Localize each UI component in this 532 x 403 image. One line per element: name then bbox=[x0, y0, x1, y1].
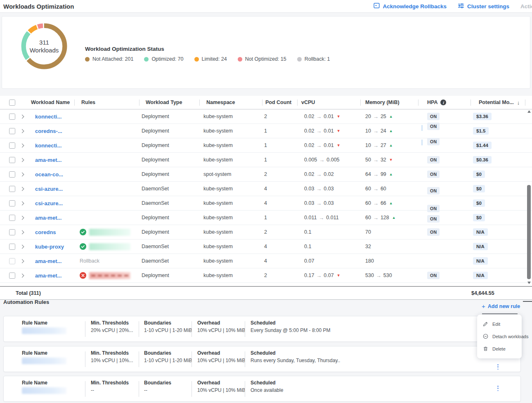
rule-error-icon bbox=[80, 272, 86, 279]
legend-dot bbox=[144, 57, 149, 62]
sort-desc-icon[interactable]: ↓ bbox=[517, 100, 520, 106]
pod-count: 1 bbox=[262, 211, 297, 225]
row-checkbox[interactable] bbox=[9, 258, 15, 264]
rule-actions-kebab-icon[interactable] bbox=[496, 363, 500, 371]
expand-chevron-icon[interactable] bbox=[20, 273, 24, 277]
workload-name-link[interactable]: coredns bbox=[35, 229, 56, 235]
top-bar: Workloads Optimization Acknowledge Rollb… bbox=[0, 0, 532, 13]
menu-item-delete[interactable]: Delete bbox=[477, 343, 522, 355]
namespace: kube-system bbox=[199, 239, 262, 254]
row-checkbox-cell bbox=[0, 268, 16, 282]
hpa-cell bbox=[418, 239, 471, 254]
expand-chevron-icon[interactable] bbox=[20, 187, 24, 191]
workload-name-link[interactable]: konnecti... bbox=[35, 142, 61, 149]
row-checkbox[interactable] bbox=[9, 200, 15, 206]
expand-chevron-icon[interactable] bbox=[20, 114, 24, 119]
table-row: konnecti... Deployment kube-system 2 0.0… bbox=[0, 109, 532, 124]
memory-cell: 20→25▲ bbox=[360, 109, 418, 123]
row-checkbox[interactable] bbox=[9, 157, 15, 163]
potential-cell: N/A bbox=[471, 239, 525, 254]
workload-name-link[interactable]: csi-azure... bbox=[35, 200, 63, 206]
rules-cell bbox=[74, 239, 139, 254]
add-new-rule-button[interactable]: + Add new rule bbox=[482, 303, 520, 310]
row-checkbox[interactable] bbox=[9, 186, 15, 192]
memory-cell: 60→128▲ bbox=[360, 211, 418, 225]
workload-name-link[interactable]: konnecti... bbox=[35, 114, 61, 120]
expand-chevron-icon[interactable] bbox=[20, 172, 24, 176]
workload-type: DaemonSet bbox=[139, 254, 199, 268]
row-checkbox[interactable] bbox=[9, 142, 15, 149]
scroll-up-arrow[interactable] bbox=[527, 110, 531, 113]
rule-actions-kebab-icon[interactable] bbox=[496, 384, 500, 392]
column-workload-name[interactable]: Workload Name bbox=[28, 96, 74, 109]
hpa-cell: ON bbox=[418, 124, 471, 138]
workload-type: Deployment bbox=[139, 211, 199, 225]
scrollbar-thumb[interactable] bbox=[527, 185, 531, 279]
actions-button[interactable]: Action bbox=[520, 3, 532, 9]
menu-item-edit[interactable]: Edit bbox=[477, 318, 522, 330]
workload-name-link[interactable]: ama-met... bbox=[35, 273, 61, 279]
row-checkbox[interactable] bbox=[9, 215, 15, 221]
column-hpa[interactable]: HPA i bbox=[418, 96, 471, 109]
menu-item-detach-workloads[interactable]: Detach workloads bbox=[477, 330, 522, 343]
rules-cell bbox=[74, 153, 139, 167]
row-checkbox[interactable] bbox=[9, 171, 15, 178]
workload-name-link[interactable]: ocean-co... bbox=[35, 171, 63, 178]
row-checkbox[interactable] bbox=[9, 128, 15, 134]
workload-name-link[interactable]: ama-met... bbox=[35, 157, 61, 163]
expand-chevron-icon[interactable] bbox=[20, 143, 24, 147]
menu-item-delete-label: Delete bbox=[492, 346, 506, 351]
expand-chevron-icon[interactable] bbox=[20, 230, 24, 234]
memory-cell: 60→66▲ bbox=[360, 196, 418, 210]
row-checkbox-cell bbox=[0, 225, 16, 239]
expand-chevron-icon[interactable] bbox=[20, 216, 24, 220]
legend-label: Not Attached: 201 bbox=[92, 56, 133, 62]
potential-cell: N/A bbox=[471, 225, 525, 239]
acknowledge-rollbacks-button[interactable]: Acknowledge Rollbacks bbox=[374, 2, 447, 10]
row-checkbox-cell bbox=[0, 167, 16, 181]
workload-name-link[interactable]: coredns-... bbox=[35, 128, 62, 134]
potential-cell: $1.44 bbox=[471, 138, 525, 152]
vcpu-cell: 0.011→0.011 bbox=[297, 211, 360, 225]
info-icon[interactable]: i bbox=[440, 100, 446, 105]
legend-dot bbox=[297, 57, 302, 62]
namespace: kube-system bbox=[199, 268, 262, 282]
column-rules[interactable]: Rules bbox=[74, 96, 139, 109]
row-checkbox[interactable] bbox=[9, 244, 15, 250]
memory-cell: 10→27▲ bbox=[360, 138, 418, 152]
potential-cell: $0 bbox=[471, 182, 525, 196]
workload-name-link[interactable]: ama-met... bbox=[35, 215, 61, 221]
legend-label: Optimized: 70 bbox=[151, 56, 183, 62]
column-potential[interactable]: Potential Mo... ↓ bbox=[471, 96, 525, 109]
automation-rule-card: Rule Name Min. Thresholds10% vCPU | 10%.… bbox=[3, 346, 521, 372]
scroll-down-arrow[interactable] bbox=[527, 282, 531, 284]
column-pod-count[interactable]: Pod Count bbox=[262, 96, 297, 109]
cluster-settings-button[interactable]: Cluster settings bbox=[458, 3, 509, 10]
workload-name-link[interactable]: kube-proxy bbox=[35, 244, 64, 250]
row-checkbox[interactable] bbox=[9, 229, 15, 235]
memory-cell: 60→60 bbox=[360, 182, 418, 196]
hpa-badge: ON bbox=[427, 215, 440, 223]
donut-center-value: 311 bbox=[39, 38, 49, 46]
column-memory[interactable]: Memory (MiB) bbox=[360, 96, 418, 109]
expand-chevron-icon[interactable] bbox=[20, 244, 24, 249]
expand-chevron-icon[interactable] bbox=[20, 158, 24, 162]
column-vcpu[interactable]: vCPU bbox=[297, 96, 360, 109]
workload-name-link[interactable]: csi-azure... bbox=[35, 186, 63, 192]
workload-type: Deployment bbox=[139, 225, 199, 239]
vcpu-cell: 0.02→0.02 bbox=[297, 167, 360, 181]
expand-chevron-icon[interactable] bbox=[20, 129, 24, 133]
pod-count: 1 bbox=[262, 124, 297, 138]
page-title: Workloads Optimization bbox=[3, 3, 74, 10]
namespace: kube-system bbox=[199, 182, 262, 196]
row-checkbox[interactable] bbox=[9, 273, 15, 279]
expand-chevron-icon[interactable] bbox=[20, 201, 24, 205]
column-namespace[interactable]: Namespace bbox=[199, 96, 262, 109]
column-workload-type[interactable]: Workload Type bbox=[139, 96, 199, 109]
workload-name-link[interactable]: ama-met... bbox=[35, 258, 61, 264]
pod-count: 4 bbox=[262, 182, 297, 196]
expand-chevron-icon[interactable] bbox=[20, 259, 24, 263]
row-checkbox[interactable] bbox=[9, 114, 15, 120]
select-all-checkbox[interactable] bbox=[9, 100, 15, 106]
potential-savings-badge: $0.36 bbox=[473, 156, 492, 164]
